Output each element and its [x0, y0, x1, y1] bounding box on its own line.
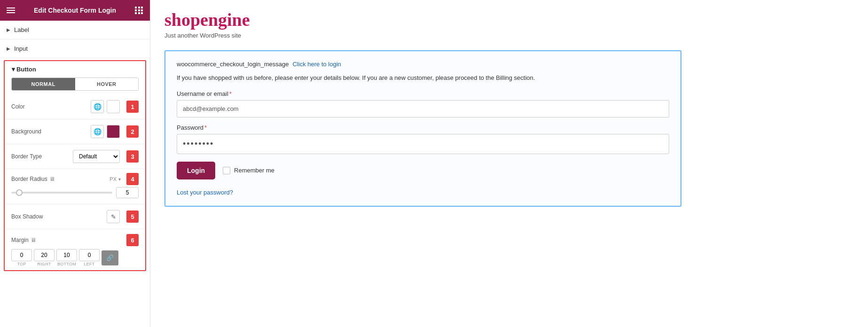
- separator-5: [5, 229, 145, 229]
- site-tagline: Just another WordPress site: [164, 32, 854, 39]
- username-label-text: Username or email: [177, 90, 228, 97]
- step-badge-1: 1: [126, 101, 139, 113]
- margin-label-text: Margin: [11, 237, 29, 243]
- margin-link-button[interactable]: 🔗: [102, 250, 118, 265]
- password-required-star: *: [204, 124, 207, 131]
- box-shadow-prop-row: Box Shadow ✎ 5: [5, 206, 145, 227]
- border-type-label: Border Type: [11, 153, 73, 160]
- margin-left-wrap: LEFT: [79, 249, 100, 266]
- input-section-label: Input: [14, 45, 28, 52]
- chevron-icon: ▾: [118, 177, 121, 182]
- border-radius-slider-row: [11, 187, 139, 198]
- button-section-header[interactable]: ▼ Button: [5, 61, 145, 78]
- separator-3: [5, 169, 145, 169]
- right-panel: shopengine Just another WordPress site w…: [150, 0, 868, 327]
- lost-password-link[interactable]: Lost your password?: [177, 189, 233, 196]
- border-type-select[interactable]: Default Solid Dashed Dotted: [73, 150, 120, 163]
- password-label-text: Password: [177, 124, 203, 131]
- hamburger-menu-icon[interactable]: [7, 8, 15, 13]
- remember-me-row: Remember me: [223, 167, 274, 174]
- margin-inputs: TOP RIGHT BOTTOM LEFT 🔗: [11, 249, 139, 266]
- login-button[interactable]: Login: [177, 162, 215, 179]
- margin-right-wrap: RIGHT: [34, 249, 55, 266]
- username-label: Username or email*: [177, 90, 669, 97]
- border-radius-monitor-icon: 🖥: [49, 176, 55, 182]
- box-shadow-edit-button[interactable]: ✎: [107, 210, 120, 223]
- border-radius-unit-text: PX: [109, 176, 117, 182]
- separator-1: [5, 119, 145, 119]
- password-label: Password*: [177, 124, 669, 131]
- step-badge-3: 3: [126, 150, 139, 163]
- step-badge-2: 2: [126, 125, 139, 138]
- tab-normal[interactable]: NORMAL: [12, 78, 75, 90]
- label-section-row[interactable]: ▶ Label: [0, 21, 150, 39]
- site-title: shopengine: [164, 9, 854, 30]
- border-radius-top-row: Border Radius 🖥 PX ▾ 4: [11, 173, 139, 185]
- login-row: Login Remember me: [177, 162, 669, 179]
- margin-bottom-label: BOTTOM: [57, 262, 76, 266]
- margin-right-input[interactable]: [34, 249, 55, 261]
- login-message-row: woocommerce_checkout_login_message Click…: [177, 61, 669, 68]
- border-radius-label: Border Radius 🖥: [11, 176, 55, 182]
- border-type-controls: Default Solid Dashed Dotted 3: [73, 150, 139, 163]
- margin-section: Margin 🖥 6 TOP RIGHT: [5, 231, 145, 270]
- remember-me-label: Remember me: [234, 167, 274, 174]
- separator-2: [5, 144, 145, 144]
- border-radius-units: PX ▾ 4: [109, 173, 139, 185]
- grid-apps-icon[interactable]: [135, 7, 143, 14]
- color-label: Color: [11, 103, 91, 110]
- color-globe-button[interactable]: 🌐: [91, 100, 104, 113]
- margin-top-wrap: TOP: [11, 249, 32, 266]
- input-section-row[interactable]: ▶ Input: [0, 39, 150, 58]
- username-required-star: *: [229, 90, 232, 97]
- tab-hover[interactable]: HOVER: [75, 78, 139, 90]
- input-arrow-icon: ▶: [7, 46, 10, 51]
- login-description: If you have shopped with us before, plea…: [177, 73, 669, 83]
- button-section: ▼ Button NORMAL HOVER Color 🌐 1 Back: [4, 60, 146, 271]
- color-prop-row: Color 🌐 1: [5, 96, 145, 117]
- border-radius-section: Border Radius 🖥 PX ▾ 4: [5, 171, 145, 202]
- login-message-key: woocommerce_checkout_login_message: [177, 61, 289, 68]
- label-arrow-icon: ▶: [7, 27, 10, 32]
- background-prop-row: Background 🌐 2: [5, 121, 145, 142]
- border-type-prop-row: Border Type Default Solid Dashed Dotted …: [5, 146, 145, 167]
- margin-bottom-input[interactable]: [56, 249, 77, 261]
- top-bar-title: Edit Checkout Form Login: [34, 7, 116, 14]
- background-swatch[interactable]: [107, 125, 120, 138]
- step-badge-6: 6: [126, 234, 139, 246]
- margin-left-input[interactable]: [79, 249, 100, 261]
- border-radius-label-text: Border Radius: [11, 176, 47, 182]
- background-label: Background: [11, 128, 91, 135]
- margin-label: Margin 🖥: [11, 237, 36, 243]
- background-controls: 🌐 2: [91, 125, 139, 138]
- checkout-box: woocommerce_checkout_login_message Click…: [164, 50, 681, 207]
- step-badge-4: 4: [126, 173, 139, 185]
- box-shadow-controls: ✎ 5: [107, 210, 139, 223]
- margin-top-input[interactable]: [11, 249, 32, 261]
- border-radius-slider[interactable]: [11, 192, 112, 194]
- color-swatch[interactable]: [107, 100, 120, 113]
- click-here-to-login-link[interactable]: Click here to login: [292, 61, 341, 68]
- button-section-label: Button: [16, 66, 36, 73]
- color-controls: 🌐 1: [91, 100, 139, 113]
- label-section-label: Label: [14, 26, 29, 33]
- margin-monitor-icon: 🖥: [31, 237, 36, 243]
- left-panel: Edit Checkout Form Login ▶ Label ▶ Input…: [0, 0, 150, 327]
- top-bar: Edit Checkout Form Login: [0, 0, 150, 21]
- username-input[interactable]: [177, 100, 669, 117]
- border-radius-number-input[interactable]: [116, 187, 139, 198]
- password-input[interactable]: [177, 134, 669, 154]
- margin-label-row: Margin 🖥 6: [11, 234, 139, 246]
- normal-hover-tabs: NORMAL HOVER: [11, 78, 139, 91]
- step-badge-5: 5: [126, 210, 139, 223]
- margin-bottom-wrap: BOTTOM: [56, 249, 77, 266]
- separator-4: [5, 204, 145, 204]
- margin-top-label: TOP: [17, 262, 26, 266]
- button-arrow-icon: ▼: [10, 66, 16, 73]
- margin-right-label: RIGHT: [37, 262, 51, 266]
- margin-left-label: LEFT: [84, 262, 94, 266]
- box-shadow-label: Box Shadow: [11, 213, 107, 220]
- panel-scroll: ▶ Label ▶ Input ▼ Button NORMAL HOVER Co…: [0, 21, 150, 327]
- background-globe-button[interactable]: 🌐: [91, 125, 104, 138]
- remember-me-checkbox[interactable]: [223, 167, 230, 174]
